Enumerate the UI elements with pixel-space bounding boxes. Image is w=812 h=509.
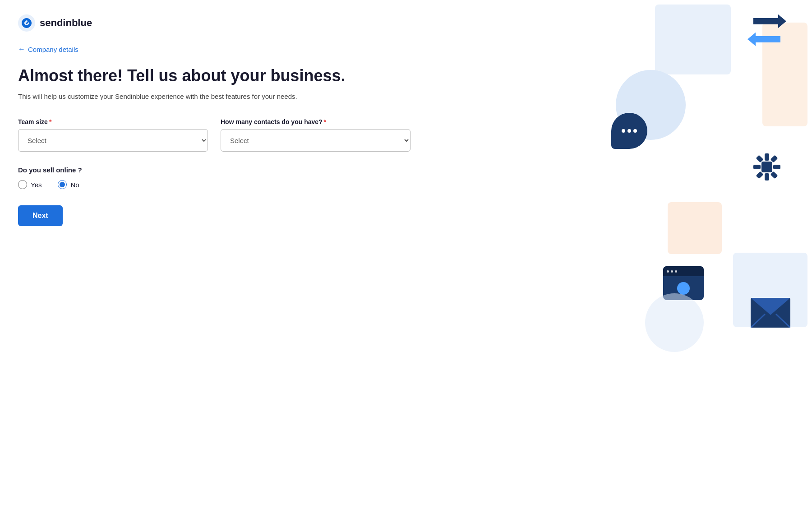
svg-rect-9 (756, 171, 764, 179)
team-size-group: Team size* Select 1-5 6-10 11-25 26-50 5… (18, 118, 208, 152)
svg-line-13 (751, 314, 765, 328)
svg-rect-10 (770, 171, 778, 179)
decorative-area (586, 0, 812, 509)
deco-app-dot-3 (675, 270, 677, 273)
deco-circle-top (616, 70, 686, 140)
sell-online-no-option[interactable]: No (58, 180, 79, 189)
svg-rect-4 (765, 173, 769, 180)
sell-online-yes-option[interactable]: Yes (18, 180, 42, 189)
svg-rect-3 (765, 153, 769, 161)
deco-gear-icon (749, 149, 785, 187)
sell-online-section: Do you sell online ? Yes No (18, 166, 411, 189)
svg-rect-11 (751, 298, 790, 328)
svg-line-14 (776, 314, 790, 328)
next-button[interactable]: Next (18, 205, 63, 226)
contacts-group: How many contacts do you have?* Select <… (221, 118, 411, 152)
deco-app-circle (677, 282, 690, 295)
deco-rect-top (655, 5, 731, 74)
deco-app-body (663, 276, 704, 300)
deco-chat-dot-2 (627, 129, 631, 133)
svg-rect-2 (761, 162, 772, 172)
team-size-select[interactable]: Select 1-5 6-10 11-25 26-50 51-100 100+ (18, 129, 208, 152)
deco-arrows-icon (747, 10, 787, 55)
sendinblue-logo-icon (18, 14, 35, 32)
contacts-required: * (324, 118, 326, 125)
main-content: ← Company details Almost there! Tell us … (18, 45, 411, 226)
deco-app-dot-2 (671, 270, 673, 273)
svg-rect-8 (770, 155, 778, 163)
logo: sendinblue (18, 14, 92, 32)
deco-app-dot-1 (667, 270, 669, 273)
sell-online-no-radio[interactable] (58, 180, 67, 189)
logo-text: sendinblue (40, 17, 92, 29)
sell-online-no-label: No (70, 181, 79, 189)
svg-rect-6 (773, 165, 780, 169)
form-row-dropdowns: Team size* Select 1-5 6-10 11-25 26-50 5… (18, 118, 411, 152)
svg-marker-12 (751, 298, 790, 315)
contacts-label: How many contacts do you have?* (221, 118, 411, 125)
back-arrow-icon: ← (18, 45, 25, 53)
deco-chat-dots (622, 129, 637, 133)
team-size-label: Team size* (18, 118, 208, 125)
deco-chat-icon (611, 113, 647, 149)
team-size-required: * (49, 118, 51, 125)
deco-rect-bottom-right (733, 253, 807, 327)
sell-online-label: Do you sell online ? (18, 166, 411, 174)
deco-rect-orange (762, 23, 807, 126)
sell-online-radio-group: Yes No (18, 180, 411, 189)
deco-chat-dot-3 (633, 129, 637, 133)
sell-online-yes-radio[interactable] (18, 180, 27, 189)
page-subtitle: This will help us customize your Sendinb… (18, 93, 411, 100)
deco-chat-dot-1 (622, 129, 625, 133)
deco-mail-icon (751, 298, 790, 328)
deco-rect-peach-bottom (668, 202, 722, 254)
svg-rect-5 (753, 165, 761, 169)
back-link-label: Company details (28, 46, 78, 53)
contacts-select[interactable]: Select < 500 500 - 2,500 2,500 - 10,000 … (221, 129, 411, 152)
sell-online-yes-label: Yes (31, 181, 42, 189)
deco-app-titlebar (663, 266, 704, 276)
back-link[interactable]: ← Company details (18, 45, 411, 53)
deco-circle-bottom (645, 293, 704, 352)
svg-rect-7 (756, 155, 764, 163)
deco-app-window-icon (663, 266, 704, 300)
page-title: Almost there! Tell us about your busines… (18, 66, 411, 85)
